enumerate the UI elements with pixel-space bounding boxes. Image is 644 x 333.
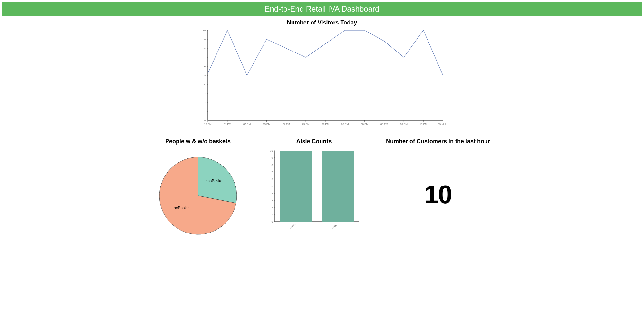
bottom-row: People w & w/o baskets hasBasketnoBasket… (0, 138, 644, 244)
svg-text:07 PM: 07 PM (341, 123, 349, 126)
svg-text:03 PM: 03 PM (263, 123, 270, 126)
lasthour-title: Number of Customers in the last hour (386, 138, 490, 145)
svg-text:3: 3 (271, 199, 273, 202)
svg-text:6: 6 (204, 65, 206, 68)
svg-text:5: 5 (204, 74, 206, 77)
aisle-bar-chart: 012345678910Aisle1Aisle2 (266, 147, 362, 231)
svg-text:9: 9 (204, 38, 206, 41)
svg-text:10: 10 (270, 149, 273, 152)
svg-text:6: 6 (271, 178, 273, 181)
svg-text:5: 5 (271, 185, 273, 188)
svg-rect-78 (322, 151, 354, 222)
svg-text:01 PM: 01 PM (224, 123, 231, 126)
svg-text:hasBasket: hasBasket (205, 179, 224, 183)
svg-text:8: 8 (271, 164, 273, 166)
svg-text:10 PM: 10 PM (400, 123, 407, 126)
svg-text:08 PM: 08 PM (361, 123, 368, 126)
dashboard-body: Number of Visitors Today 01234567891012 … (0, 18, 644, 244)
svg-text:11 PM: 11 PM (419, 123, 427, 126)
page-title: End-to-End Retail IVA Dashboard (265, 5, 380, 13)
visitors-line-chart: 01234567891012 PM01 PM02 PM03 PM04 PM05 … (198, 29, 446, 128)
svg-text:10: 10 (203, 29, 206, 32)
svg-text:1: 1 (271, 213, 273, 216)
svg-text:Aisle2: Aisle2 (331, 223, 338, 229)
svg-text:Wed 17: Wed 17 (438, 123, 446, 126)
svg-text:04 PM: 04 PM (282, 123, 290, 126)
svg-text:8: 8 (204, 47, 206, 50)
svg-text:06 PM: 06 PM (322, 123, 329, 126)
svg-text:7: 7 (271, 171, 273, 174)
svg-text:12 PM: 12 PM (204, 123, 211, 126)
baskets-pie-chart: hasBasketnoBasket (150, 147, 246, 244)
svg-text:2: 2 (204, 101, 206, 104)
svg-text:02 PM: 02 PM (243, 123, 251, 126)
baskets-chart-title: People w & w/o baskets (165, 138, 231, 145)
svg-text:2: 2 (271, 206, 273, 209)
svg-text:4: 4 (271, 192, 273, 195)
svg-text:0: 0 (204, 119, 206, 122)
svg-text:1: 1 (204, 110, 206, 113)
lasthour-value: 10 (424, 180, 452, 209)
aisle-chart-title: Aisle Counts (296, 138, 332, 145)
svg-text:05 PM: 05 PM (302, 123, 309, 126)
svg-text:0: 0 (271, 220, 273, 223)
svg-text:3: 3 (204, 92, 206, 95)
svg-text:4: 4 (204, 83, 206, 86)
visitors-section: Number of Visitors Today 01234567891012 … (198, 19, 446, 128)
baskets-panel: People w & w/o baskets hasBasketnoBasket (150, 138, 246, 244)
lasthour-panel: Number of Customers in the last hour 10 (382, 138, 495, 244)
svg-text:09 PM: 09 PM (380, 123, 388, 126)
svg-text:9: 9 (271, 157, 273, 159)
svg-text:noBasket: noBasket (174, 206, 190, 210)
svg-text:Aisle1: Aisle1 (289, 223, 296, 229)
page-header: End-to-End Retail IVA Dashboard (2, 2, 642, 16)
aisle-panel: Aisle Counts 012345678910Aisle1Aisle2 (266, 138, 362, 244)
visitors-chart-title: Number of Visitors Today (198, 19, 446, 26)
svg-text:7: 7 (204, 56, 206, 59)
svg-rect-76 (280, 151, 312, 222)
